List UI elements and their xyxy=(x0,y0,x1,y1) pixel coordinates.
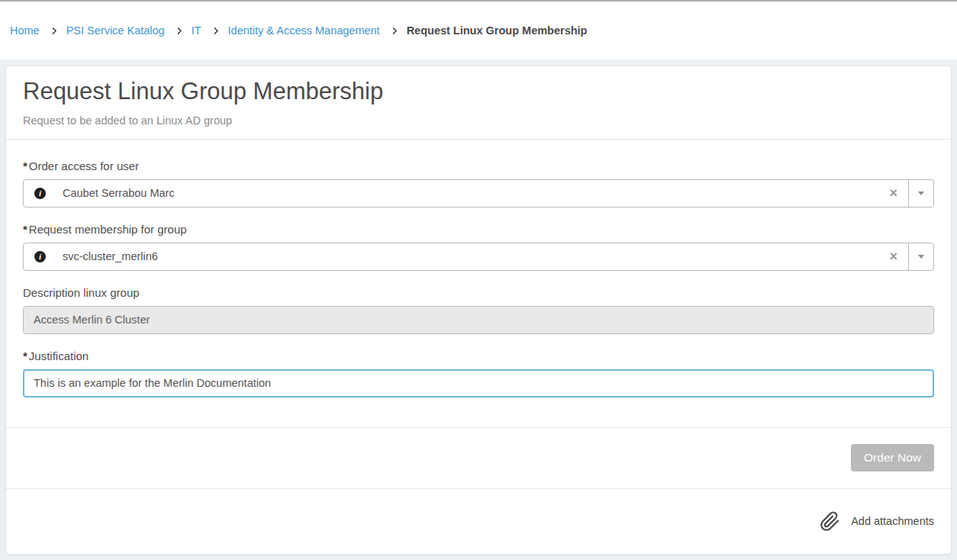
field-request-membership-for-group: *Request membership for group i svc-clus… xyxy=(23,223,934,271)
selected-group-value: svc-cluster_merlin6 xyxy=(63,250,158,262)
field-label: *Order access for user xyxy=(23,159,934,172)
dropdown-toggle[interactable] xyxy=(908,243,933,270)
user-reference-select[interactable]: i Caubet Serrabou Marc × xyxy=(23,179,934,208)
breadcrumb-it[interactable]: IT xyxy=(192,24,201,37)
chevron-right-icon xyxy=(50,28,56,34)
field-label-text: Request membership for group xyxy=(29,223,187,236)
breadcrumb-psi-service-katalog[interactable]: PSI Service Katalog xyxy=(66,24,165,37)
page-subtitle: Request to be added to an Linux AD group xyxy=(23,114,934,139)
field-label-text: Justification xyxy=(29,349,89,362)
justification-input[interactable] xyxy=(23,369,934,397)
attachments-row: Add attachments xyxy=(6,488,951,554)
required-asterisk: * xyxy=(23,159,27,172)
dropdown-toggle[interactable] xyxy=(908,180,933,207)
catalog-item-card: Request Linux Group Membership Request t… xyxy=(5,66,952,555)
caret-down-icon xyxy=(918,191,924,195)
order-now-button[interactable]: Order Now xyxy=(851,444,934,471)
request-form: *Order access for user i Caubet Serrabou… xyxy=(6,140,951,427)
field-label: *Request membership for group xyxy=(23,223,934,236)
chevron-right-icon xyxy=(212,28,218,34)
page-title: Request Linux Group Membership xyxy=(23,77,934,107)
breadcrumb-identity-access-management[interactable]: Identity & Access Management xyxy=(228,24,380,37)
group-reference-select[interactable]: i svc-cluster_merlin6 × xyxy=(23,243,934,271)
caret-down-icon xyxy=(918,255,924,259)
required-asterisk: * xyxy=(23,349,27,362)
clear-icon[interactable]: × xyxy=(889,186,897,200)
description-readonly-input xyxy=(23,306,934,334)
clear-icon[interactable]: × xyxy=(889,249,897,263)
field-label-text: Description linux group xyxy=(23,286,140,299)
required-asterisk: * xyxy=(23,223,27,236)
field-label: *Justification xyxy=(23,349,934,362)
add-attachments-label[interactable]: Add attachments xyxy=(851,515,934,527)
actions-row: Order Now xyxy=(6,427,951,488)
selected-user-value: Caubet Serrabou Marc xyxy=(63,187,175,199)
breadcrumb-current-page: Request Linux Group Membership xyxy=(407,24,588,37)
field-description-linux-group: Description linux group xyxy=(23,286,934,334)
field-label: Description linux group xyxy=(23,286,934,299)
chevron-right-icon xyxy=(391,28,396,34)
chevron-right-icon xyxy=(176,28,181,34)
breadcrumb: Home PSI Service Katalog IT Identity & A… xyxy=(0,0,957,60)
card-header: Request Linux Group Membership Request t… xyxy=(6,66,951,140)
info-icon[interactable]: i xyxy=(34,188,46,199)
field-label-text: Order access for user xyxy=(29,159,139,172)
paperclip-icon[interactable] xyxy=(820,511,840,532)
field-justification: *Justification xyxy=(23,349,934,397)
breadcrumb-home[interactable]: Home xyxy=(10,24,40,37)
field-order-access-for-user: *Order access for user i Caubet Serrabou… xyxy=(23,159,934,208)
info-icon[interactable]: i xyxy=(34,251,46,262)
